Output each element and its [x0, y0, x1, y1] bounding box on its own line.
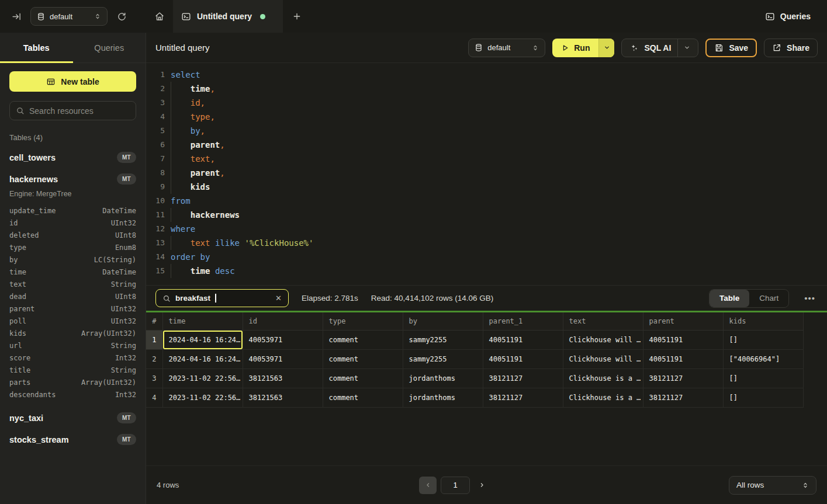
data-cell[interactable]: 38121127 — [643, 369, 723, 388]
data-cell[interactable]: 40051191 — [483, 349, 563, 369]
clear-search-icon[interactable]: ✕ — [275, 294, 282, 303]
column-header-#[interactable]: # — [146, 312, 162, 330]
data-cell[interactable]: [] — [723, 369, 803, 388]
table-item-stocks_stream[interactable]: stocks_streamMT — [0, 429, 146, 450]
code-line[interactable]: 15 time desc — [146, 264, 827, 278]
sql-editor[interactable]: 1select2 time,3 id,4 type,5 by,6 parent,… — [146, 63, 827, 285]
data-cell[interactable]: Clickhouse is a … — [563, 369, 643, 388]
code-line[interactable]: 4 type, — [146, 110, 827, 124]
data-cell[interactable]: jordanthoms — [403, 369, 483, 388]
code-line[interactable]: 14order by — [146, 250, 827, 264]
data-cell[interactable]: sammy2255 — [403, 330, 483, 349]
sql-ai-button[interactable]: SQL AI — [621, 39, 698, 57]
collapse-sidebar-button[interactable] — [8, 8, 25, 25]
data-cell[interactable]: sammy2255 — [403, 349, 483, 369]
code-line[interactable]: 3 id, — [146, 96, 827, 110]
sidebar-tab-tables[interactable]: Tables — [0, 33, 73, 62]
data-cell[interactable]: 38121127 — [483, 388, 563, 407]
data-cell[interactable]: 38121127 — [483, 369, 563, 388]
data-cell[interactable]: comment — [323, 369, 403, 388]
data-cell[interactable]: [] — [723, 388, 803, 407]
data-cell[interactable]: comment — [323, 388, 403, 407]
data-cell[interactable]: 2023-11-02 22:56… — [162, 369, 243, 388]
row-number-cell[interactable]: 3 — [146, 369, 162, 388]
page-size-selector[interactable]: All rows — [729, 476, 816, 495]
tab-untitled-query[interactable]: Untitled query — [173, 0, 283, 33]
code-line[interactable]: 6 parent, — [146, 138, 827, 152]
data-cell[interactable]: Clickhouse is a … — [563, 388, 643, 407]
sidebar-tab-queries[interactable]: Queries — [73, 33, 146, 62]
sidebar-search-input[interactable] — [29, 106, 135, 116]
data-cell[interactable]: comment — [323, 330, 403, 349]
column-name: by — [9, 255, 18, 266]
data-cell[interactable]: 40051191 — [643, 349, 723, 369]
data-cell[interactable]: comment — [323, 349, 403, 369]
table-item-nyc_taxi[interactable]: nyc_taxiMT — [0, 407, 146, 429]
code-line[interactable]: 9 kids — [146, 180, 827, 194]
code-line[interactable]: 8 parent, — [146, 166, 827, 180]
results-more-button[interactable]: ••• — [802, 293, 818, 303]
row-number-cell[interactable]: 2 — [146, 349, 162, 369]
data-cell[interactable]: 38121563 — [243, 369, 323, 388]
row-number-cell[interactable]: 1 — [146, 330, 162, 349]
column-header-id[interactable]: id — [243, 312, 323, 330]
refresh-button[interactable] — [113, 8, 130, 25]
new-table-button[interactable]: New table — [9, 71, 136, 92]
data-cell[interactable]: 2024-04-16 16:24… — [162, 330, 243, 349]
column-header-parent_1[interactable]: parent_1 — [483, 312, 563, 330]
data-cell[interactable]: 2023-11-02 22:56… — [162, 388, 243, 407]
column-header-time[interactable]: time — [162, 312, 243, 330]
column-header-type[interactable]: type — [323, 312, 403, 330]
data-cell[interactable]: ["40066964"] — [723, 349, 803, 369]
database-selector[interactable]: default — [30, 7, 108, 26]
column-header-parent[interactable]: parent — [643, 312, 723, 330]
data-cell[interactable]: 40053971 — [243, 330, 323, 349]
column-type: UInt8 — [115, 291, 136, 303]
data-cell[interactable]: jordanthoms — [403, 388, 483, 407]
data-cell[interactable]: 40053971 — [243, 349, 323, 369]
home-tab[interactable] — [146, 0, 173, 33]
new-tab-button[interactable] — [283, 0, 311, 33]
data-cell[interactable]: 2024-04-16 16:24… — [162, 349, 243, 369]
page-number-input[interactable]: 1 — [441, 477, 470, 494]
save-button[interactable]: Save — [705, 39, 757, 57]
toolbar-database-selector[interactable]: default — [468, 39, 545, 57]
table-item-cell_towers[interactable]: cell_towersMT — [0, 147, 146, 168]
code-line[interactable]: 7 text, — [146, 152, 827, 166]
view-toggle-table[interactable]: Table — [710, 290, 749, 307]
sql-ai-caret[interactable] — [677, 39, 690, 57]
code-line[interactable]: 5 by, — [146, 124, 827, 138]
tab-label: Untitled query — [197, 12, 252, 21]
code-line[interactable]: 13 text ilike '%ClickHouse%' — [146, 236, 827, 250]
data-cell[interactable]: Clickhouse will … — [563, 330, 643, 349]
code-line[interactable]: 1select — [146, 68, 827, 82]
view-toggle-chart[interactable]: Chart — [749, 290, 788, 307]
queries-button[interactable]: Queries — [765, 12, 811, 22]
table-item-hackernews[interactable]: hackernewsMT — [0, 168, 146, 190]
code-line[interactable]: 2 time, — [146, 82, 827, 96]
run-button[interactable]: Run — [552, 39, 614, 57]
line-number: 14 — [146, 250, 166, 264]
data-cell[interactable]: Clickhouse will … — [563, 349, 643, 369]
share-button[interactable]: Share — [764, 39, 818, 57]
data-cell[interactable]: 40051191 — [643, 330, 723, 349]
next-page-button[interactable] — [474, 477, 489, 494]
column-name: parent — [9, 304, 34, 315]
previous-page-button[interactable] — [419, 477, 437, 494]
column-header-kids[interactable]: kids — [723, 312, 803, 330]
data-cell[interactable]: 38121127 — [643, 388, 723, 407]
column-header-text[interactable]: text — [563, 312, 643, 330]
code-line[interactable]: 11 hackernews — [146, 208, 827, 222]
data-cell[interactable]: 40051191 — [483, 330, 563, 349]
column-header-by[interactable]: by — [403, 312, 483, 330]
data-cell[interactable]: 38121563 — [243, 388, 323, 407]
run-options-caret[interactable] — [598, 39, 614, 57]
row-number-cell[interactable]: 4 — [146, 388, 162, 407]
code-text: id, — [166, 96, 205, 110]
code-line[interactable]: 12where — [146, 222, 827, 236]
run-button-main[interactable]: Run — [552, 39, 598, 57]
sidebar-search[interactable] — [9, 101, 136, 120]
data-cell[interactable]: [] — [723, 330, 803, 349]
code-line[interactable]: 10from — [146, 194, 827, 208]
results-search[interactable]: breakfast ✕ — [155, 289, 289, 307]
